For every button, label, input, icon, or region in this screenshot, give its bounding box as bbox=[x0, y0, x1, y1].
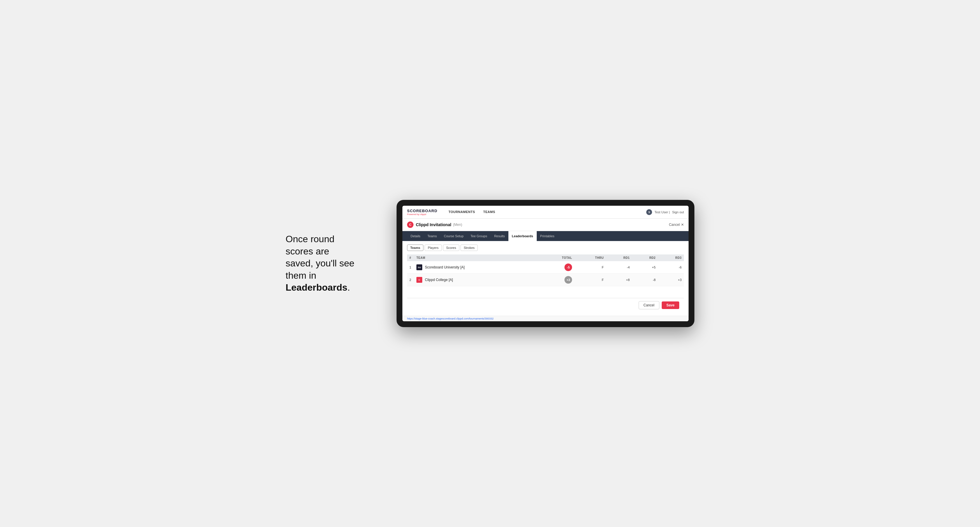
tournament-header: C Clippd Invitational (Men) Cancel ✕ bbox=[402, 219, 689, 231]
sub-tabs: Details Teams Course Setup Tee Groups Re… bbox=[402, 231, 689, 241]
save-button[interactable]: Save bbox=[662, 302, 679, 309]
col-rd2: RD2 bbox=[632, 254, 658, 261]
nav-tournaments[interactable]: TOURNAMENTS bbox=[444, 206, 479, 218]
leaderboard-table: # TEAM TOTAL THRU RD1 RD2 RD3 1 SU Score… bbox=[407, 254, 684, 286]
row-total-1: +3 bbox=[539, 274, 574, 286]
content-area: Teams Players Scores Strokes # TEAM TOTA… bbox=[402, 241, 689, 316]
table-row: 2 C Clippd College [A] +3 F +8 -8 +3 bbox=[407, 274, 684, 286]
tab-teams[interactable]: Teams bbox=[424, 231, 441, 241]
row-rank-1: 2 bbox=[407, 274, 414, 286]
nav-teams[interactable]: TEAMS bbox=[479, 206, 500, 218]
tournament-title: Clippd Invitational bbox=[416, 222, 451, 227]
row-total-0: -5 bbox=[539, 261, 574, 274]
tournament-subtitle: (Men) bbox=[453, 223, 462, 227]
col-team: TEAM bbox=[414, 254, 539, 261]
tablet-device: SCOREBOARD Powered by clippd TOURNAMENTS… bbox=[396, 200, 694, 327]
tab-leaderboards[interactable]: Leaderboards bbox=[508, 231, 537, 241]
cancel-button[interactable]: Cancel bbox=[639, 301, 659, 309]
desc-line5-bold: Leaderboards bbox=[286, 282, 347, 293]
row-rd1-1: +8 bbox=[606, 274, 632, 286]
user-avatar: S bbox=[646, 209, 652, 215]
toggle-scores[interactable]: Scores bbox=[443, 244, 459, 251]
desc-line2: scores are bbox=[286, 246, 329, 257]
desc-line4: them in bbox=[286, 270, 316, 281]
footer: Cancel Save bbox=[407, 298, 684, 312]
table-header-row: # TEAM TOTAL THRU RD1 RD2 RD3 bbox=[407, 254, 684, 261]
col-thru: THRU bbox=[574, 254, 606, 261]
table-body: 1 SU Scoreboard University [A] -5 F -4 +… bbox=[407, 261, 684, 286]
row-thru-0: F bbox=[574, 261, 606, 274]
toggle-players[interactable]: Players bbox=[425, 244, 442, 251]
row-rd3-0: -6 bbox=[658, 261, 684, 274]
sign-out-link[interactable]: Sign out bbox=[672, 210, 684, 214]
col-rank: # bbox=[407, 254, 414, 261]
row-team-1: C Clippd College [A] bbox=[414, 274, 539, 286]
toggle-teams[interactable]: Teams bbox=[407, 244, 423, 251]
row-rd3-1: +3 bbox=[658, 274, 684, 286]
row-rd2-0: +5 bbox=[632, 261, 658, 274]
row-team-0: SU Scoreboard University [A] bbox=[414, 261, 539, 274]
tournament-cancel-button[interactable]: Cancel ✕ bbox=[669, 223, 684, 227]
page-wrapper: Once round scores are saved, you'll see … bbox=[286, 200, 694, 327]
col-rd1: RD1 bbox=[606, 254, 632, 261]
tablet-screen: SCOREBOARD Powered by clippd TOURNAMENTS… bbox=[402, 206, 689, 321]
col-total: TOTAL bbox=[539, 254, 574, 261]
tab-course-setup[interactable]: Course Setup bbox=[441, 231, 467, 241]
row-rd2-1: -8 bbox=[632, 274, 658, 286]
desc-line3: saved, you'll see bbox=[286, 258, 355, 268]
tab-results[interactable]: Results bbox=[491, 231, 508, 241]
top-nav: SCOREBOARD Powered by clippd TOURNAMENTS… bbox=[402, 206, 689, 219]
table-row: 1 SU Scoreboard University [A] -5 F -4 +… bbox=[407, 261, 684, 274]
user-name: Test User | bbox=[654, 210, 670, 214]
row-rank-0: 1 bbox=[407, 261, 414, 274]
tournament-icon: C bbox=[407, 221, 414, 228]
nav-links: TOURNAMENTS TEAMS bbox=[444, 206, 500, 218]
url-bar: https://stage-blue-coach.stagescoreboard… bbox=[402, 316, 689, 321]
logo-subtitle: Powered by clippd bbox=[407, 213, 438, 216]
toggle-group: Teams Players Scores Strokes bbox=[407, 244, 684, 251]
row-rd1-0: -4 bbox=[606, 261, 632, 274]
desc-line1: Once round bbox=[286, 234, 334, 244]
left-description: Once round scores are saved, you'll see … bbox=[286, 233, 379, 294]
tab-printables[interactable]: Printables bbox=[537, 231, 558, 241]
toggle-strokes[interactable]: Strokes bbox=[460, 244, 478, 251]
nav-right: S Test User | Sign out bbox=[646, 209, 684, 215]
tab-tee-groups[interactable]: Tee Groups bbox=[467, 231, 491, 241]
logo-title: SCOREBOARD bbox=[407, 209, 438, 213]
tab-details[interactable]: Details bbox=[407, 231, 424, 241]
desc-line5-end: . bbox=[347, 282, 350, 293]
row-thru-1: F bbox=[574, 274, 606, 286]
logo-area: SCOREBOARD Powered by clippd bbox=[407, 209, 438, 216]
col-rd3: RD3 bbox=[658, 254, 684, 261]
